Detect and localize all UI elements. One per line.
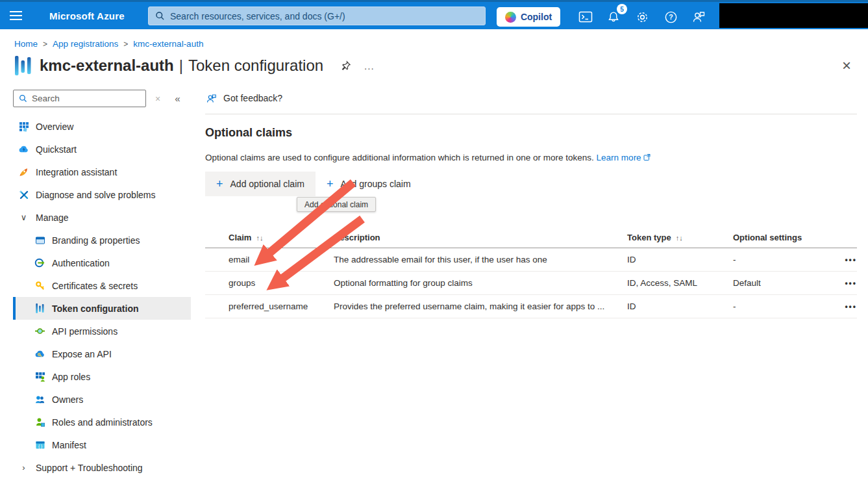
settings-gear-icon[interactable] [633, 8, 651, 26]
authentication-icon [34, 257, 45, 268]
sidebar-section-support[interactable]: › Support + Troubleshooting [13, 456, 191, 479]
plus-icon: + [216, 177, 223, 191]
collapse-sidebar-icon[interactable]: « [175, 93, 180, 104]
plus-icon: + [327, 177, 334, 191]
main-content: Got feedback? Optional claims Optional c… [191, 84, 868, 470]
table-row-preferred-username[interactable]: preferred_username Provides the preferre… [205, 295, 857, 318]
quickstart-icon [18, 144, 29, 155]
sidebar-item-diagnose[interactable]: Diagnose and solve problems [13, 183, 191, 206]
sidebar-item-roles-administrators[interactable]: Roles and administrators [13, 411, 191, 433]
clear-search-icon[interactable]: × [155, 94, 160, 104]
breadcrumb-current-app[interactable]: kmc-external-auth [133, 39, 203, 49]
rocket-icon [18, 166, 29, 177]
sidebar-search-box[interactable] [13, 90, 146, 107]
troubleshoot-tools-icon [18, 189, 29, 200]
section-heading: Optional claims [205, 126, 857, 140]
optional-claims-table: Claim↑↓ Description Token type↑↓ Optiona… [205, 227, 857, 318]
key-icon [34, 280, 45, 291]
sort-icon: ↑↓ [676, 234, 683, 242]
add-optional-claim-button[interactable]: + Add optional claim [205, 172, 316, 196]
sidebar-item-quickstart[interactable]: Quickstart [13, 138, 191, 161]
token-configuration-icon [34, 303, 45, 314]
redacted-account-area [719, 3, 868, 28]
column-header-description[interactable]: Description [334, 233, 627, 242]
token-type-cell: ID [627, 255, 733, 264]
expose-api-cloud-icon [34, 348, 45, 359]
sidebar-item-overview[interactable]: Overview [13, 115, 191, 138]
chevron-right-icon: › [18, 463, 29, 472]
claim-cell: preferred_username [205, 302, 334, 311]
sidebar-item-token-configuration[interactable]: Token configuration [13, 297, 191, 320]
sidebar-item-api-permissions[interactable]: API permissions [13, 320, 191, 342]
app-roles-icon [34, 371, 45, 382]
optional-settings-cell: Default [733, 278, 827, 288]
row-menu-icon[interactable]: ••• [827, 279, 857, 288]
optional-settings-cell: - [733, 302, 827, 311]
column-header-token-type[interactable]: Token type↑↓ [627, 233, 733, 242]
sidebar-search-input[interactable] [32, 94, 140, 103]
description-cell: The addressable email for this user, if … [334, 255, 627, 264]
notifications-bell-icon[interactable]: 5 [604, 8, 623, 26]
pin-icon[interactable] [340, 60, 351, 71]
brand-title: Microsoft Azure [49, 10, 125, 21]
sidebar-item-integration-assistant[interactable]: Integration assistant [13, 161, 191, 183]
chevron-down-icon: ∨ [18, 212, 29, 222]
table-row-groups[interactable]: groups Optional formatting for group cla… [205, 272, 857, 295]
description-cell: Provides the preferred username claim, m… [334, 302, 627, 311]
table-row-email[interactable]: email The addressable email for this use… [205, 248, 857, 272]
close-icon[interactable]: × [842, 58, 851, 73]
breadcrumb-app-registrations[interactable]: App registrations [53, 39, 118, 49]
learn-more-link[interactable]: Learn more [597, 153, 651, 162]
overview-icon [18, 121, 29, 132]
global-search-bar[interactable] [148, 6, 486, 25]
row-menu-icon[interactable]: ••• [827, 302, 857, 311]
sidebar: × « Overview Quickstart Integration assi… [0, 84, 191, 470]
external-link-icon [643, 153, 651, 161]
sidebar-item-manifest[interactable]: { } Manifest [13, 433, 191, 456]
got-feedback-link[interactable]: Got feedback? [205, 88, 303, 108]
section-divider [205, 114, 857, 114]
sidebar-item-owners[interactable]: Owners [13, 388, 191, 411]
optional-settings-cell: - [733, 255, 827, 264]
claim-cell: email [205, 255, 334, 264]
description-cell: Optional formatting for group claims [334, 278, 627, 288]
breadcrumb-home[interactable]: Home [14, 39, 38, 49]
token-type-cell: ID, Access, SAML [627, 278, 733, 288]
more-options-icon[interactable]: ... [364, 60, 375, 71]
cloud-shell-icon[interactable] [577, 8, 595, 26]
roles-administrators-icon [34, 417, 45, 428]
global-search-input[interactable] [170, 11, 478, 21]
breadcrumb-separator: > [43, 40, 47, 49]
manifest-icon: { } [34, 439, 45, 450]
sidebar-item-branding[interactable]: Branding & properties [13, 229, 191, 251]
api-permissions-icon [34, 326, 45, 337]
sort-icon: ↑↓ [256, 234, 263, 242]
page-title-bar: kmc-external-auth|Token configuration ..… [0, 49, 868, 77]
claim-cell: groups [205, 278, 334, 288]
hamburger-menu-icon[interactable] [0, 2, 31, 29]
sidebar-item-expose-api[interactable]: Expose an API [13, 342, 191, 365]
token-configuration-page-icon [14, 55, 32, 77]
breadcrumb: Home>App registrations>kmc-external-auth [0, 29, 868, 49]
column-header-optional-settings[interactable]: Optional settings [733, 233, 827, 242]
add-groups-claim-button[interactable]: + Add groups claim [316, 172, 422, 196]
row-menu-icon[interactable]: ••• [827, 255, 857, 264]
help-icon[interactable]: ? [662, 8, 680, 26]
sidebar-section-manage[interactable]: ∨ Manage [13, 206, 191, 229]
owners-people-icon [34, 394, 45, 405]
table-header-row: Claim↑↓ Description Token type↑↓ Optiona… [205, 227, 857, 248]
search-icon [155, 11, 165, 21]
notification-count-badge: 5 [617, 4, 627, 14]
copilot-button[interactable]: Copilot [497, 7, 560, 27]
sidebar-item-app-roles[interactable]: App roles [13, 365, 191, 388]
sidebar-item-authentication[interactable]: Authentication [13, 251, 191, 274]
feedback-icon[interactable] [689, 8, 708, 26]
svg-text:{ }: { } [38, 443, 42, 448]
add-optional-claim-tooltip: Add optional claim [297, 197, 376, 212]
azure-top-bar: Microsoft Azure Copilot 5 ? [0, 0, 868, 29]
branding-icon [34, 235, 45, 246]
column-header-claim[interactable]: Claim↑↓ [205, 233, 334, 242]
page-title: kmc-external-auth|Token configuration [40, 57, 323, 75]
token-type-cell: ID [627, 302, 733, 311]
sidebar-item-certificates[interactable]: Certificates & secrets [13, 274, 191, 297]
